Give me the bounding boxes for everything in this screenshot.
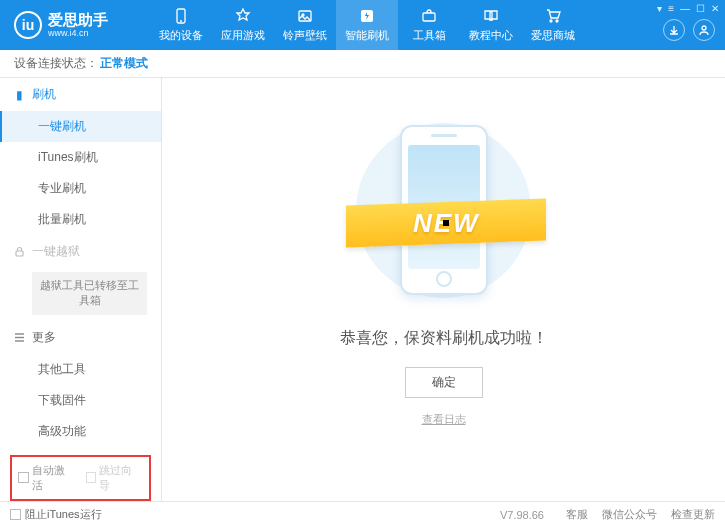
image-icon <box>296 7 314 25</box>
sidebar-item-download-firmware[interactable]: 下载固件 <box>0 385 161 416</box>
version-label: V7.98.66 <box>500 509 544 521</box>
checkbox-auto-activate[interactable]: 自动激活 <box>18 463 76 493</box>
toolbox-icon <box>420 7 438 25</box>
phone-icon <box>172 7 190 25</box>
app-name: 爱思助手 <box>48 12 108 27</box>
footer-left: 阻止iTunes运行 <box>10 507 102 522</box>
checkbox-block-itunes[interactable]: 阻止iTunes运行 <box>10 507 102 522</box>
success-message: 恭喜您，保资料刷机成功啦！ <box>340 328 548 349</box>
jailbreak-note: 越狱工具已转移至工具箱 <box>32 272 147 315</box>
svg-point-6 <box>550 20 552 22</box>
logo-area: iu 爱思助手 www.i4.cn <box>0 11 150 39</box>
app-icon <box>234 7 252 25</box>
footer-link-wechat[interactable]: 微信公众号 <box>602 507 657 522</box>
options-highlight-box: 自动激活 跳过向导 <box>10 455 151 501</box>
sidebar-item-oneclick-flash[interactable]: 一键刷机 <box>0 111 161 142</box>
book-icon <box>482 7 500 25</box>
svg-rect-9 <box>16 251 23 256</box>
sidebar-item-advanced[interactable]: 高级功能 <box>0 416 161 447</box>
sidebar-item-other-tools[interactable]: 其他工具 <box>0 354 161 385</box>
nav-ringtones[interactable]: 铃声壁纸 <box>274 0 336 50</box>
svg-point-7 <box>556 20 558 22</box>
flash-icon <box>358 7 376 25</box>
status-bar: 设备连接状态： 正常模式 <box>0 50 725 78</box>
menu-icon[interactable]: ▾ <box>657 3 662 14</box>
user-button[interactable] <box>693 19 715 41</box>
nav-apps-games[interactable]: 应用游戏 <box>212 0 274 50</box>
download-button[interactable] <box>663 19 685 41</box>
sidebar-head-jailbreak: 一键越狱 <box>0 235 161 268</box>
success-illustration: NEW <box>334 110 554 310</box>
footer-right: V7.98.66 客服 微信公众号 检查更新 <box>500 507 715 522</box>
sidebar-item-batch-flash[interactable]: 批量刷机 <box>0 204 161 235</box>
nav-tutorials[interactable]: 教程中心 <box>460 0 522 50</box>
cart-icon <box>544 7 562 25</box>
svg-rect-5 <box>423 13 435 21</box>
footer-link-update[interactable]: 检查更新 <box>671 507 715 522</box>
app-header: ▾ ≡ — ☐ ✕ iu 爱思助手 www.i4.cn 我的设备 应用游戏 铃声… <box>0 0 725 50</box>
footer-link-support[interactable]: 客服 <box>566 507 588 522</box>
checkbox-skip-guide: 跳过向导 <box>86 463 144 493</box>
nav-my-device[interactable]: 我的设备 <box>150 0 212 50</box>
nav-store[interactable]: 爱思商城 <box>522 0 584 50</box>
sidebar: ▮ 刷机 一键刷机 iTunes刷机 专业刷机 批量刷机 一键越狱 越狱工具已转… <box>0 78 162 501</box>
view-log-link[interactable]: 查看日志 <box>422 412 466 427</box>
nav-smart-flash[interactable]: 智能刷机 <box>336 0 398 50</box>
sidebar-head-more[interactable]: 更多 <box>0 321 161 354</box>
top-nav: 我的设备 应用游戏 铃声壁纸 智能刷机 工具箱 教程中心 爱思商城 <box>150 0 584 50</box>
ok-button[interactable]: 确定 <box>405 367 483 398</box>
nav-toolbox[interactable]: 工具箱 <box>398 0 460 50</box>
header-right <box>663 0 715 50</box>
footer: 阻止iTunes运行 V7.98.66 客服 微信公众号 检查更新 <box>0 501 725 527</box>
logo-icon: iu <box>14 11 42 39</box>
app-url: www.i4.cn <box>48 29 108 38</box>
status-label: 设备连接状态： <box>14 55 98 72</box>
sidebar-head-flash[interactable]: ▮ 刷机 <box>0 78 161 111</box>
new-ribbon: NEW <box>346 199 546 248</box>
list-icon <box>12 332 26 343</box>
sidebar-item-itunes-flash[interactable]: iTunes刷机 <box>0 142 161 173</box>
sidebar-item-pro-flash[interactable]: 专业刷机 <box>0 173 161 204</box>
lock-icon <box>12 246 26 257</box>
status-mode: 正常模式 <box>100 55 148 72</box>
phone-small-icon: ▮ <box>12 88 26 102</box>
svg-point-8 <box>702 26 706 30</box>
main-content: NEW 恭喜您，保资料刷机成功啦！ 确定 查看日志 <box>162 78 725 501</box>
body: ▮ 刷机 一键刷机 iTunes刷机 专业刷机 批量刷机 一键越狱 越狱工具已转… <box>0 78 725 501</box>
